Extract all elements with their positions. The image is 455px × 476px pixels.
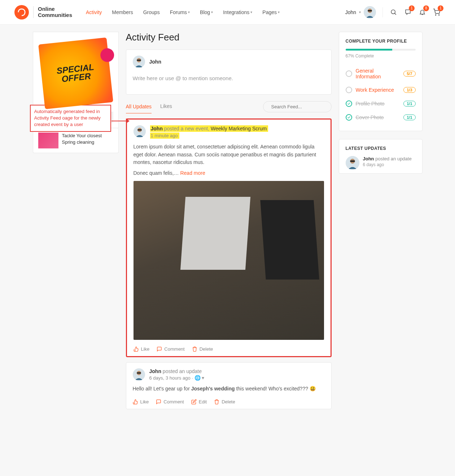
read-more-link[interactable]: Read more — [180, 170, 205, 176]
emoji-icon: 😃 — [310, 386, 316, 391]
feed-time: 1 minute ago — [150, 133, 179, 139]
task-row[interactable]: Work Experience1/3 — [346, 83, 416, 97]
search-feed-input[interactable] — [271, 104, 332, 109]
task-row[interactable]: Cover Photo1/1 — [346, 111, 416, 124]
feed-time-row: 6 days, 3 hours ago · 🌐 ▾ — [149, 375, 205, 381]
left-sidebar: SPECIAL OFFER Black Friday is here! Tack… — [33, 32, 119, 414]
nav-forums[interactable]: Forums▾ — [170, 9, 190, 15]
feed-item-update: John posted an update 6 days, 3 hours ag… — [126, 362, 332, 410]
feed-author[interactable]: John — [151, 126, 163, 131]
comment-icon — [157, 346, 162, 352]
avatar[interactable] — [133, 368, 145, 381]
messages-icon[interactable]: 1 — [404, 8, 412, 16]
chevron-down-icon: ▾ — [188, 10, 190, 14]
delete-button[interactable]: Delete — [214, 399, 235, 404]
annotation-callout: Automatically generated feed in Activity… — [30, 105, 111, 132]
composer-author: John — [149, 59, 161, 65]
logo-text: Online Communities — [33, 6, 72, 18]
comment-button[interactable]: Comment — [157, 346, 184, 352]
edit-label: Edit — [199, 399, 207, 404]
feed-image[interactable] — [134, 181, 324, 340]
task-badge: 5/7 — [403, 71, 415, 77]
feed-body: Lorem ipsum dolor sit amet, consectetuer… — [134, 143, 324, 166]
annotation-text: Automatically generated feed in Activity… — [34, 109, 101, 127]
brand-line2: Communities — [38, 12, 72, 18]
header: Online Communities Activity Members Grou… — [0, 0, 455, 25]
svg-rect-2 — [368, 10, 372, 11]
update-time: 6 days ago — [363, 162, 412, 167]
tab-all-updates[interactable]: All Updates — [126, 100, 152, 113]
feed-body-bold: Joseph's wedding — [191, 386, 235, 391]
like-label: Like — [141, 346, 150, 352]
progress-label: 67% Complete — [346, 53, 416, 59]
edit-button[interactable]: Edit — [191, 399, 207, 404]
task-name: General Information — [356, 68, 400, 79]
profile-completion-widget: COMPLETE YOUR PROFILE 67% Complete Gener… — [339, 32, 423, 131]
task-badge: 1/1 — [403, 101, 415, 107]
like-button[interactable]: Like — [134, 346, 150, 352]
like-icon — [134, 346, 139, 352]
feed-event-link[interactable]: Weekly Marketing Scrum — [211, 126, 267, 131]
logo[interactable]: Online Communities — [14, 5, 72, 20]
delete-icon — [214, 399, 219, 404]
chevron-down-icon: ▾ — [211, 10, 213, 14]
comment-label: Comment — [164, 346, 184, 352]
nav-integrations[interactable]: Integrations▾ — [223, 9, 252, 15]
feed-author[interactable]: John — [149, 368, 161, 374]
delete-label: Delete — [200, 346, 213, 352]
delete-button[interactable]: Delete — [192, 346, 213, 352]
chevron-down-icon: ▾ — [250, 10, 252, 14]
update-action: posted an update — [375, 156, 411, 161]
search-feed[interactable] — [263, 101, 332, 112]
circle-icon — [346, 87, 352, 93]
header-right: John ▾ 1 8 1 — [345, 6, 441, 18]
feed-actions: Like Comment Edit Delete — [133, 398, 325, 404]
task-name: Profile Photo — [356, 101, 400, 107]
side-item-text: Tackle Your closest Spring cleaning — [62, 133, 113, 146]
promo-image: SPECIAL OFFER — [38, 38, 113, 109]
notifications-icon[interactable]: 8 — [418, 8, 426, 16]
user-menu[interactable]: John ▾ — [345, 6, 376, 18]
widget-title: COMPLETE YOUR PROFILE — [346, 39, 416, 44]
task-badge: 1/3 — [403, 87, 415, 93]
comment-icon — [156, 399, 161, 404]
like-icon — [133, 399, 138, 404]
update-row[interactable]: John posted an update 6 days ago — [346, 156, 416, 170]
nav-groups[interactable]: Groups — [143, 9, 160, 15]
circle-icon — [346, 70, 352, 77]
globe-icon[interactable]: 🌐 ▾ — [194, 375, 205, 381]
svg-point-3 — [391, 10, 395, 14]
check-circle-icon — [346, 100, 352, 107]
brand-line1: Online — [38, 6, 72, 12]
feed-headline-highlight: John posted a new event, Weekly Marketin… — [150, 125, 268, 132]
nav-members[interactable]: Members — [112, 9, 133, 15]
check-circle-icon — [346, 114, 352, 121]
task-row[interactable]: Profile Photo1/1 — [346, 97, 416, 111]
logo-icon — [14, 5, 29, 20]
like-button[interactable]: Like — [133, 399, 149, 404]
edit-icon — [191, 399, 197, 404]
feed-body-truncated: Donec quam felis,… — [134, 170, 179, 176]
comment-button[interactable]: Comment — [156, 399, 184, 404]
task-badge: 1/1 — [403, 114, 415, 120]
nav-pages[interactable]: Pages▾ — [262, 9, 280, 15]
feed-body-more: Donec quam felis,… Read more — [134, 169, 324, 177]
nav-blog[interactable]: Blog▾ — [200, 9, 213, 15]
tab-likes[interactable]: Likes — [160, 100, 172, 113]
avatar — [346, 156, 359, 170]
side-item[interactable]: Tackle Your closest Spring cleaning — [33, 128, 118, 153]
task-name: Work Experience — [356, 87, 400, 93]
search-icon[interactable] — [389, 8, 397, 16]
comment-label: Comment — [163, 399, 184, 404]
main-content: Activity Feed John All Updates Likes — [126, 32, 332, 414]
task-row[interactable]: General Information5/7 — [346, 64, 416, 83]
nav-activity[interactable]: Activity — [86, 9, 102, 15]
svg-point-5 — [436, 14, 436, 15]
feed-actions: Like Comment Delete — [134, 345, 324, 352]
nav-integrations-label: Integrations — [223, 9, 249, 15]
svg-rect-11 — [137, 60, 141, 61]
avatar[interactable] — [134, 125, 146, 138]
composer-input[interactable] — [133, 73, 325, 88]
cart-icon[interactable]: 1 — [433, 8, 441, 16]
main-nav: Activity Members Groups Forums▾ Blog▾ In… — [86, 9, 280, 15]
